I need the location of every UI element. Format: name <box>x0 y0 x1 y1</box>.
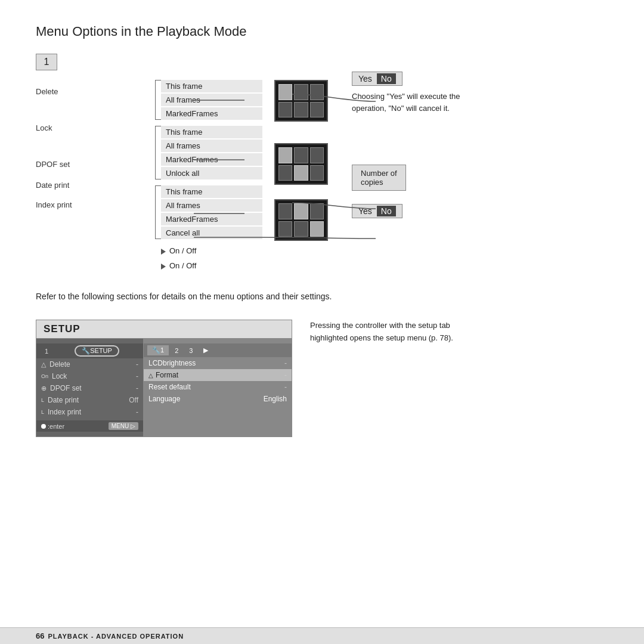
language-value: English <box>264 395 287 403</box>
left-row-lock-label: Lock <box>52 372 67 380</box>
setup-tab-1: 1 <box>40 346 53 356</box>
setup-bottom-row: :enter MENU ▷ <box>36 420 143 432</box>
yes-label-bottom: Yes <box>358 206 372 216</box>
dpof-this-frame: This frame <box>161 185 262 198</box>
index-print-menu-item: Index print <box>36 199 143 210</box>
date-print-menu-item: Date print <box>36 179 143 191</box>
setup-right-row-lcd: LCDbrightness - <box>144 357 292 369</box>
dpof-marked-frames: MarkedFrames <box>161 213 262 225</box>
thumb-cell <box>294 147 308 163</box>
setup-left-row-dateprint: L Date print Off <box>36 394 143 406</box>
thumb-cell <box>278 221 292 237</box>
setup-left-panel: 1 🔧SETUP △ Delete - On Lock - <box>36 339 144 436</box>
thumb-cell <box>294 165 308 181</box>
index-print-label: Index print <box>36 199 143 210</box>
lock-submenu-group: This frame All frames MarkedFrames Unloc… <box>161 126 262 179</box>
setup-left-row-delete: △ Delete - <box>36 358 143 370</box>
setup-left-row-lock: On Lock - <box>36 370 143 382</box>
submenu-column: This frame All frames MarkedFrames This … <box>143 80 262 273</box>
left-row-dateprint-value: Off <box>129 396 138 404</box>
page-footer: 66 Playback - Advanced Operation <box>0 627 644 644</box>
setup-inner: 1 🔧SETUP △ Delete - On Lock - <box>36 339 292 436</box>
dpof-menu-item: DPOF set <box>36 159 143 170</box>
dpof-thumbnail <box>274 199 328 241</box>
yes-no-top-box: Yes No <box>352 72 402 86</box>
thumb-cell <box>310 84 324 100</box>
setup-header: SETUP <box>36 320 292 339</box>
thumb-cell <box>310 221 324 237</box>
left-row-dateprint-label: Date print <box>48 396 79 404</box>
left-row-indexprint-dash: - <box>136 408 138 416</box>
enter-dot <box>41 424 46 429</box>
index-print-onoff: On / Off <box>169 260 196 271</box>
delete-thumbnail <box>274 80 328 122</box>
lock-this-frame: This frame <box>161 126 262 138</box>
dpof-label: DPOF set <box>36 159 143 170</box>
number-of-copies-box: Number ofcopies <box>352 165 406 191</box>
refer-text: Refer to the following sections for deta… <box>36 290 608 303</box>
setup-tab-wrench: 🔧1 <box>147 345 169 355</box>
delete-marked-frames: MarkedFrames <box>161 107 262 120</box>
right-info-column: Yes No Choosing "Yes" will execute the o… <box>334 54 608 218</box>
page-content: Menu Options in the Playback Mode 1 Dele… <box>0 0 644 449</box>
lock-label: Lock <box>36 122 143 134</box>
left-row-delete-label: Delete <box>49 360 70 369</box>
setup-tab-2: 2 <box>170 346 183 355</box>
no-label-bottom: No <box>377 206 396 216</box>
dateprint-icon: L <box>41 397 44 403</box>
setup-right-row-reset: Reset default - <box>144 381 292 393</box>
menu-column: 1 Delete Lock DPOF set Date print <box>36 54 143 219</box>
yes-no-bottom-box: Yes No <box>352 204 402 218</box>
thumb-cell <box>310 147 324 163</box>
thumb-cell <box>294 102 308 118</box>
delete-submenu-group: This frame All frames MarkedFrames <box>161 80 262 120</box>
dpof-thumbnail-wrapper <box>274 199 334 241</box>
lock-icon-small: On <box>41 373 48 379</box>
dpof-submenu-group: This frame All frames MarkedFrames Cance… <box>161 185 262 239</box>
index-print-row: On / Off <box>161 260 262 273</box>
lock-thumbnail <box>274 143 328 185</box>
delete-this-frame: This frame <box>161 80 262 92</box>
left-row-indexprint-label: Index print <box>48 408 81 416</box>
format-dash: - <box>284 371 287 379</box>
thumb-cell <box>278 147 292 163</box>
setup-tab-row: 1 🔧SETUP <box>36 343 143 358</box>
lcd-brightness-dash: - <box>284 359 287 367</box>
setup-description: Pressing the controller with the setup t… <box>304 320 465 345</box>
reset-label: Reset default <box>148 383 191 391</box>
thumb-cell <box>310 165 324 181</box>
date-print-row: On / Off <box>161 245 262 258</box>
footer-page-number: 66 <box>36 631 44 640</box>
format-icon: △ <box>148 372 153 379</box>
yes-no-top-wrapper: Yes No Choosing "Yes" will execute the o… <box>352 72 608 114</box>
footer-label: Playback - Advanced Operation <box>48 633 184 640</box>
diagram-wrapper: 1 Delete Lock DPOF set Date print <box>36 54 608 273</box>
delete-label: Delete <box>36 86 143 97</box>
setup-tab-oval: 🔧SETUP <box>75 345 119 357</box>
setup-left-row-dpof: ⊕ DPOF set - <box>36 382 143 394</box>
setup-right-row-format: △ Format - <box>144 369 292 381</box>
setup-tab-3: 3 <box>184 346 197 355</box>
dpof-all-frames: All frames <box>161 199 262 212</box>
thumb-cell <box>294 84 308 100</box>
date-print-label: Date print <box>36 179 143 191</box>
setup-right-row-language: Language English <box>144 393 292 405</box>
language-label: Language <box>148 395 180 403</box>
setup-section: SETUP 1 🔧SETUP △ Delete <box>36 320 608 437</box>
dpof-icon: ⊕ <box>41 385 47 392</box>
setup-box: SETUP 1 🔧SETUP △ Delete <box>36 320 292 437</box>
thumb-cell <box>310 102 324 118</box>
lock-all-frames: All frames <box>161 140 262 152</box>
delete-menu-item: Delete <box>36 86 143 97</box>
setup-tab-oval-wrapper: 🔧SETUP <box>54 345 140 357</box>
menu-btn: MENU ▷ <box>109 422 138 430</box>
index-print-arrow <box>161 264 166 270</box>
delete-icon: △ <box>41 361 46 369</box>
setup-left-row-indexprint: L Index print - <box>36 406 143 418</box>
thumb-cell <box>278 203 292 219</box>
lock-thumbnail-wrapper <box>274 143 334 185</box>
yes-no-bottom-wrapper: Yes No <box>352 204 608 218</box>
lock-marked-frames: MarkedFrames <box>161 153 262 166</box>
date-print-onoff: On / Off <box>169 245 196 256</box>
setup-right-panel: 🔧1 2 3 ▶ LCDbrightness - △ Format - <box>144 339 292 436</box>
